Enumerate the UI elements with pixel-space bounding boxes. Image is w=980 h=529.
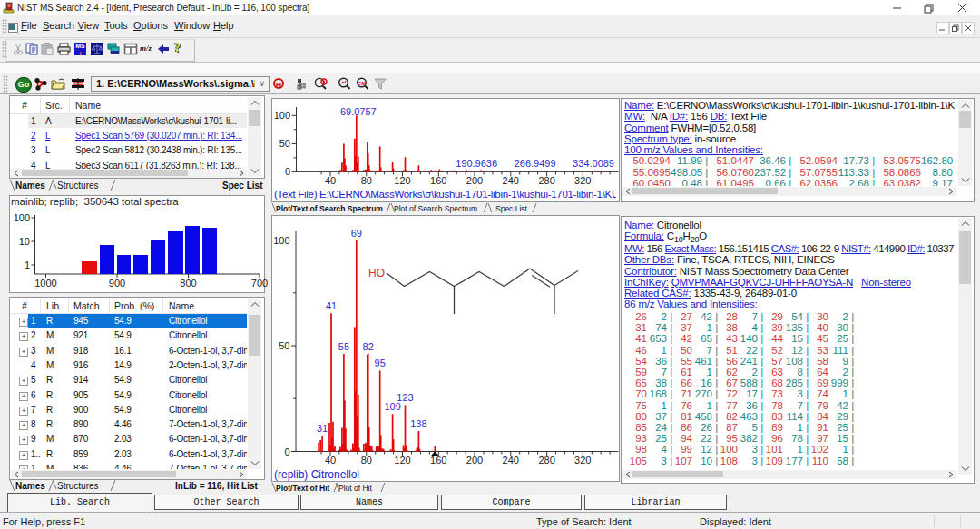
svg-text:50: 50 (279, 138, 290, 149)
svg-text:900: 900 (109, 278, 125, 289)
svg-text:200: 200 (466, 175, 483, 186)
svg-text:700: 700 (251, 278, 268, 289)
svg-text:120: 120 (394, 175, 410, 186)
svg-text:HO: HO (368, 267, 385, 279)
svg-text:320: 320 (574, 455, 591, 465)
svg-text:CM: CM (358, 81, 366, 86)
svg-text:280: 280 (538, 455, 554, 465)
svg-text:123: 123 (397, 392, 413, 403)
svg-text:40: 40 (325, 455, 336, 465)
svg-text:200: 200 (466, 455, 483, 465)
svg-text:1: 1 (24, 260, 30, 270)
svg-text:0: 0 (284, 446, 289, 457)
svg-text:10: 10 (19, 236, 30, 247)
svg-text:320: 320 (574, 175, 591, 186)
svg-text:69: 69 (351, 228, 362, 239)
svg-text:69.0757: 69.0757 (340, 106, 377, 117)
svg-text:50: 50 (279, 340, 289, 351)
svg-text:138: 138 (410, 418, 426, 429)
svg-text:95: 95 (375, 358, 386, 368)
svg-text:240: 240 (503, 175, 519, 186)
svg-text:800: 800 (180, 278, 196, 289)
svg-text:55: 55 (338, 341, 349, 352)
svg-text:100: 100 (14, 212, 30, 223)
svg-text:160: 160 (430, 175, 446, 186)
svg-text:334.0089: 334.0089 (573, 158, 614, 169)
svg-text:80: 80 (361, 455, 372, 465)
svg-text:280: 280 (538, 175, 554, 186)
svg-text:80: 80 (361, 175, 372, 186)
svg-text:82: 82 (363, 341, 374, 352)
svg-text:40: 40 (325, 175, 336, 186)
svg-text:120: 120 (394, 455, 410, 465)
svg-text:100: 100 (273, 235, 289, 246)
svg-text:31: 31 (317, 423, 328, 434)
svg-text:100: 100 (274, 110, 290, 121)
svg-text:0: 0 (285, 166, 290, 177)
svg-text:1000: 1000 (34, 278, 56, 289)
svg-text:41: 41 (326, 300, 337, 311)
svg-text:266.9499: 266.9499 (514, 158, 556, 169)
svg-text:240: 240 (503, 455, 519, 465)
svg-text:190.9636: 190.9636 (456, 158, 497, 169)
